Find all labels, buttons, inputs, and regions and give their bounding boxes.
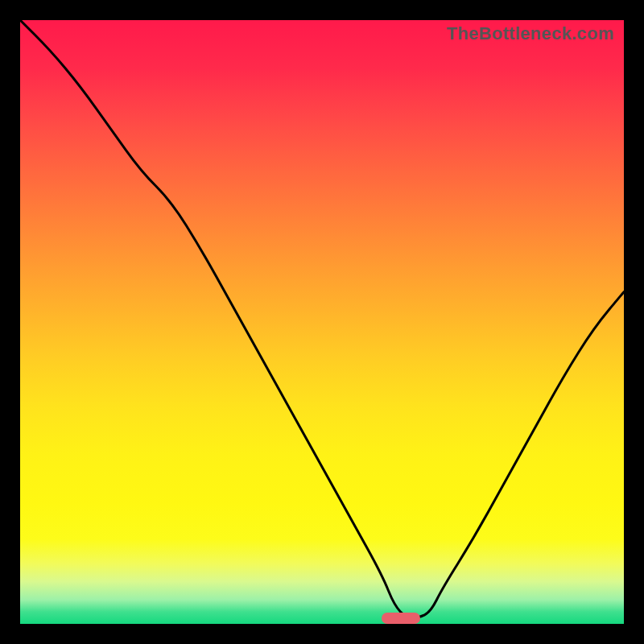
bottleneck-curve — [20, 20, 624, 624]
plot-area: TheBottleneck.com — [20, 20, 624, 624]
curve-path — [20, 20, 624, 618]
optimal-marker — [382, 613, 420, 624]
chart-frame: TheBottleneck.com — [0, 0, 644, 644]
